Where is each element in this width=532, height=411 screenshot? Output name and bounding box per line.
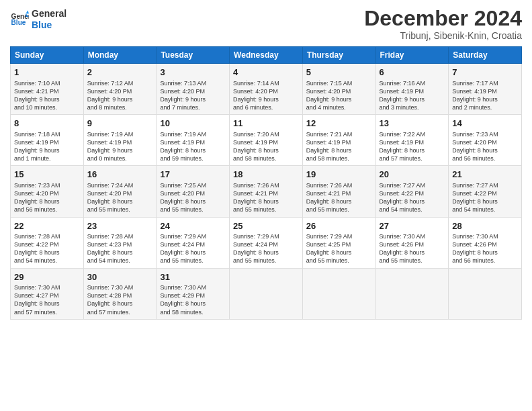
day-info: Sunrise: 7:30 AMSunset: 4:26 PMDaylight:… [380, 232, 445, 265]
month-title: December 2024 [364, 7, 522, 30]
col-thursday: Thursday [302, 47, 375, 64]
day-info: Sunrise: 7:17 AMSunset: 4:19 PMDaylight:… [452, 79, 518, 112]
day-info: Sunrise: 7:10 AMSunset: 4:21 PMDaylight:… [14, 79, 80, 112]
calendar-cell: 31Sunrise: 7:30 AMSunset: 4:29 PMDayligh… [157, 268, 230, 319]
title-block: December 2024 Tribunj, Sibenik-Knin, Cro… [364, 7, 522, 41]
day-number: 27 [380, 220, 445, 232]
day-info: Sunrise: 7:21 AMSunset: 4:19 PMDaylight:… [306, 130, 372, 163]
col-friday: Friday [375, 47, 449, 64]
col-sunday: Sunday [11, 47, 84, 64]
location-subtitle: Tribunj, Sibenik-Knin, Croatia [364, 30, 522, 41]
day-info: Sunrise: 7:13 AMSunset: 4:20 PMDaylight:… [160, 79, 226, 112]
col-saturday: Saturday [449, 47, 522, 64]
day-info: Sunrise: 7:16 AMSunset: 4:19 PMDaylight:… [380, 79, 445, 112]
day-info: Sunrise: 7:26 AMSunset: 4:21 PMDaylight:… [233, 181, 299, 214]
week-row-2: 8Sunrise: 7:18 AMSunset: 4:19 PMDaylight… [11, 115, 522, 166]
day-number: 30 [87, 271, 153, 283]
week-row-4: 22Sunrise: 7:28 AMSunset: 4:22 PMDayligh… [11, 217, 522, 268]
calendar-cell: 12Sunrise: 7:21 AMSunset: 4:19 PMDayligh… [302, 115, 375, 166]
day-number: 21 [452, 169, 518, 181]
calendar-table: Sunday Monday Tuesday Wednesday Thursday… [10, 46, 522, 320]
header: General Blue General Blue December 2024 … [10, 7, 522, 41]
calendar-header: Sunday Monday Tuesday Wednesday Thursday… [11, 47, 522, 64]
day-number: 7 [452, 66, 518, 79]
day-info: Sunrise: 7:23 AMSunset: 4:20 PMDaylight:… [452, 130, 518, 163]
day-number: 5 [306, 66, 372, 79]
logo-icon: General Blue [10, 9, 29, 28]
day-info: Sunrise: 7:30 AMSunset: 4:28 PMDaylight:… [87, 283, 153, 316]
week-row-3: 15Sunrise: 7:23 AMSunset: 4:20 PMDayligh… [11, 166, 522, 217]
calendar-cell: 25Sunrise: 7:29 AMSunset: 4:24 PMDayligh… [230, 217, 303, 268]
calendar-cell: 27Sunrise: 7:30 AMSunset: 4:26 PMDayligh… [375, 217, 449, 268]
day-info: Sunrise: 7:29 AMSunset: 4:24 PMDaylight:… [233, 232, 299, 265]
day-number: 4 [233, 66, 299, 79]
day-number: 15 [14, 169, 80, 181]
calendar-cell: 8Sunrise: 7:18 AMSunset: 4:19 PMDaylight… [11, 115, 84, 166]
calendar-cell: 4Sunrise: 7:14 AMSunset: 4:20 PMDaylight… [230, 64, 303, 115]
week-row-5: 29Sunrise: 7:30 AMSunset: 4:27 PMDayligh… [11, 268, 522, 319]
day-info: Sunrise: 7:20 AMSunset: 4:19 PMDaylight:… [233, 130, 299, 163]
calendar-cell: 5Sunrise: 7:15 AMSunset: 4:20 PMDaylight… [302, 64, 375, 115]
day-info: Sunrise: 7:24 AMSunset: 4:20 PMDaylight:… [87, 181, 153, 214]
page-container: General Blue General Blue December 2024 … [0, 0, 532, 326]
day-info: Sunrise: 7:12 AMSunset: 4:20 PMDaylight:… [87, 79, 153, 112]
day-info: Sunrise: 7:23 AMSunset: 4:20 PMDaylight:… [14, 181, 80, 214]
day-number: 17 [160, 169, 226, 181]
day-info: Sunrise: 7:18 AMSunset: 4:19 PMDaylight:… [14, 130, 80, 163]
day-number: 26 [306, 220, 372, 232]
day-number: 18 [233, 169, 299, 181]
day-info: Sunrise: 7:19 AMSunset: 4:19 PMDaylight:… [87, 130, 153, 163]
day-number: 19 [306, 169, 372, 181]
day-number: 10 [160, 118, 226, 130]
col-monday: Monday [83, 47, 157, 64]
day-info: Sunrise: 7:28 AMSunset: 4:23 PMDaylight:… [87, 232, 153, 265]
day-info: Sunrise: 7:29 AMSunset: 4:25 PMDaylight:… [306, 232, 372, 265]
calendar-cell: 30Sunrise: 7:30 AMSunset: 4:28 PMDayligh… [83, 268, 157, 319]
day-info: Sunrise: 7:26 AMSunset: 4:21 PMDaylight:… [306, 181, 372, 214]
calendar-cell: 19Sunrise: 7:26 AMSunset: 4:21 PMDayligh… [302, 166, 375, 217]
day-number: 1 [14, 66, 80, 79]
day-info: Sunrise: 7:27 AMSunset: 4:22 PMDaylight:… [380, 181, 445, 214]
calendar-cell: 28Sunrise: 7:30 AMSunset: 4:26 PMDayligh… [449, 217, 522, 268]
week-row-1: 1Sunrise: 7:10 AMSunset: 4:21 PMDaylight… [11, 64, 522, 115]
calendar-cell: 11Sunrise: 7:20 AMSunset: 4:19 PMDayligh… [230, 115, 303, 166]
calendar-cell: 16Sunrise: 7:24 AMSunset: 4:20 PMDayligh… [83, 166, 157, 217]
calendar-cell [449, 268, 522, 319]
calendar-cell: 2Sunrise: 7:12 AMSunset: 4:20 PMDaylight… [83, 64, 157, 115]
logo-line2: Blue [32, 19, 66, 31]
calendar-cell: 20Sunrise: 7:27 AMSunset: 4:22 PMDayligh… [375, 166, 449, 217]
day-number: 11 [233, 118, 299, 130]
day-info: Sunrise: 7:28 AMSunset: 4:22 PMDaylight:… [14, 232, 80, 265]
day-number: 29 [14, 271, 80, 283]
day-info: Sunrise: 7:29 AMSunset: 4:24 PMDaylight:… [160, 232, 226, 265]
calendar-cell: 23Sunrise: 7:28 AMSunset: 4:23 PMDayligh… [83, 217, 157, 268]
logo-line1: General [32, 8, 66, 19]
day-info: Sunrise: 7:19 AMSunset: 4:19 PMDaylight:… [160, 130, 226, 163]
day-number: 13 [380, 118, 445, 130]
logo: General Blue General Blue [10, 7, 66, 31]
calendar-cell: 3Sunrise: 7:13 AMSunset: 4:20 PMDaylight… [157, 64, 230, 115]
calendar-body: 1Sunrise: 7:10 AMSunset: 4:21 PMDaylight… [11, 64, 522, 320]
calendar-cell: 22Sunrise: 7:28 AMSunset: 4:22 PMDayligh… [11, 217, 84, 268]
day-number: 14 [452, 118, 518, 130]
header-row: Sunday Monday Tuesday Wednesday Thursday… [11, 47, 522, 64]
calendar-cell [230, 268, 303, 319]
calendar-cell [302, 268, 375, 319]
calendar-cell: 17Sunrise: 7:25 AMSunset: 4:20 PMDayligh… [157, 166, 230, 217]
day-info: Sunrise: 7:25 AMSunset: 4:20 PMDaylight:… [160, 181, 226, 214]
calendar-cell: 21Sunrise: 7:27 AMSunset: 4:22 PMDayligh… [449, 166, 522, 217]
calendar-cell: 13Sunrise: 7:22 AMSunset: 4:19 PMDayligh… [375, 115, 449, 166]
day-info: Sunrise: 7:30 AMSunset: 4:27 PMDaylight:… [14, 283, 80, 316]
calendar-cell: 14Sunrise: 7:23 AMSunset: 4:20 PMDayligh… [449, 115, 522, 166]
svg-text:Blue: Blue [11, 19, 26, 26]
calendar-cell: 9Sunrise: 7:19 AMSunset: 4:19 PMDaylight… [83, 115, 157, 166]
day-number: 31 [160, 271, 226, 283]
day-info: Sunrise: 7:27 AMSunset: 4:22 PMDaylight:… [452, 181, 518, 214]
calendar-cell: 1Sunrise: 7:10 AMSunset: 4:21 PMDaylight… [11, 64, 84, 115]
day-number: 12 [306, 118, 372, 130]
day-number: 16 [87, 169, 153, 181]
day-number: 8 [14, 118, 80, 130]
day-number: 25 [233, 220, 299, 232]
calendar-cell [375, 268, 449, 319]
col-wednesday: Wednesday [230, 47, 303, 64]
